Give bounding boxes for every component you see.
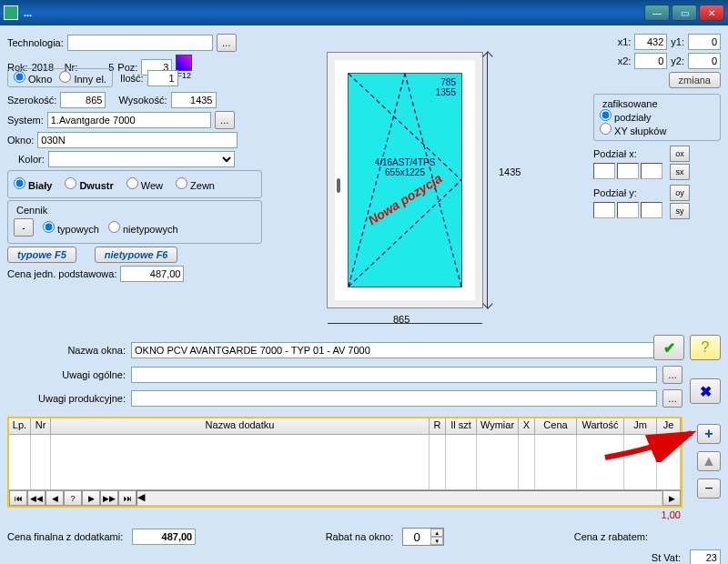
radio-xyslupkow[interactable]: XY słupków bbox=[600, 126, 666, 136]
cena-final-input[interactable] bbox=[132, 529, 196, 545]
zafiksowane-title: zafiksowane bbox=[600, 98, 661, 109]
dimension-height: 1435 bbox=[499, 166, 521, 177]
table-scrollbar[interactable]: ◀ bbox=[136, 490, 662, 506]
dimension-line-v bbox=[487, 53, 488, 307]
minus-button[interactable]: - bbox=[14, 218, 34, 237]
uwagi-prod-label: Uwagi produkcyjne: bbox=[7, 393, 126, 404]
uwagi-ogolne-input[interactable] bbox=[131, 367, 657, 383]
stvat-input[interactable] bbox=[690, 549, 721, 564]
col-lp[interactable]: Lp. bbox=[9, 418, 31, 434]
nav-scroll-right[interactable]: ▶ bbox=[662, 490, 681, 506]
technologia-browse-button[interactable]: … bbox=[217, 34, 237, 52]
remove-row-button[interactable]: − bbox=[697, 478, 721, 499]
poz-label: Poz: bbox=[117, 62, 137, 73]
ok-button[interactable]: ✔ bbox=[653, 335, 684, 360]
ilosc-input[interactable] bbox=[147, 70, 178, 86]
ox-button[interactable]: ox bbox=[670, 146, 690, 162]
radio-typowych[interactable]: typowych bbox=[43, 221, 99, 235]
radio-dwustr[interactable]: Dwustr bbox=[65, 177, 113, 191]
nav-last[interactable]: ⏭ bbox=[118, 490, 136, 506]
sy-button[interactable]: sy bbox=[670, 203, 690, 219]
window-title: ... bbox=[24, 7, 644, 18]
nav-next-page[interactable]: ▶▶ bbox=[100, 490, 118, 506]
table-body[interactable] bbox=[9, 435, 681, 489]
y1-label: y1: bbox=[671, 36, 684, 47]
rabat-down[interactable]: ▼ bbox=[430, 537, 443, 545]
technologia-input[interactable] bbox=[67, 35, 213, 51]
cena-jedn-label: Cena jedn. podstawowa: bbox=[7, 268, 116, 279]
ilosc-label: Ilość: bbox=[120, 73, 144, 84]
nav-next[interactable]: ▶ bbox=[82, 490, 100, 506]
rabat-label: Rabat na okno: bbox=[326, 531, 394, 542]
col-je[interactable]: Je bbox=[657, 418, 681, 434]
radio-wew[interactable]: Wew bbox=[126, 177, 163, 191]
system-input[interactable] bbox=[47, 112, 211, 128]
x2-input[interactable] bbox=[634, 53, 667, 69]
szerokosc-label: Szerokość: bbox=[7, 95, 56, 106]
add-row-button[interactable]: + bbox=[697, 424, 721, 444]
uwagi-ogolne-browse-button[interactable]: … bbox=[662, 366, 682, 384]
y2-input[interactable] bbox=[688, 53, 721, 69]
szerokosc-input[interactable] bbox=[60, 92, 106, 108]
cena-rabat-label: Cena z rabatem: bbox=[574, 531, 648, 542]
window-drawing: 7851355 4/16AST/4TPS655x1225 Nowa pozycj… bbox=[328, 53, 482, 307]
kolor-label: Kolor: bbox=[18, 154, 45, 165]
minimize-button[interactable]: — bbox=[644, 5, 670, 21]
okno-input[interactable] bbox=[37, 132, 238, 148]
col-wartosc[interactable]: Wartość bbox=[577, 418, 624, 434]
kolor-select[interactable] bbox=[48, 151, 235, 167]
col-nazwa[interactable]: Nazwa dodatku bbox=[51, 418, 430, 434]
nazwa-okna-input[interactable] bbox=[131, 342, 682, 358]
col-nr[interactable]: Nr bbox=[31, 418, 51, 434]
typowe-button[interactable]: typowe F5 bbox=[7, 247, 76, 263]
podzial-x-label: Podział x: bbox=[593, 148, 637, 159]
y2-label: y2: bbox=[671, 55, 684, 66]
nietypowe-button[interactable]: nietypowe F6 bbox=[95, 247, 178, 263]
cena-jedn-input[interactable] bbox=[120, 266, 184, 282]
move-up-button[interactable]: ▲ bbox=[697, 451, 721, 471]
handle-icon bbox=[337, 178, 340, 193]
sx-button[interactable]: sx bbox=[670, 164, 690, 180]
help-button[interactable]: ? bbox=[690, 335, 721, 360]
col-r[interactable]: R bbox=[430, 418, 446, 434]
radio-zewn[interactable]: Zewn bbox=[176, 177, 215, 191]
app-icon bbox=[4, 5, 18, 20]
uwagi-ogolne-label: Uwagi ogólne: bbox=[7, 369, 126, 380]
technologia-label: Technologia: bbox=[7, 37, 64, 48]
wysokosc-input[interactable] bbox=[171, 92, 217, 108]
close-button[interactable]: ✕ bbox=[699, 5, 724, 21]
x1-input[interactable] bbox=[634, 34, 667, 50]
oy-button[interactable]: oy bbox=[670, 185, 690, 201]
titlebar: ... — ▭ ✕ bbox=[0, 0, 728, 25]
zmiana-button[interactable]: zmiana bbox=[669, 72, 721, 88]
dimension-width: 865 bbox=[393, 314, 410, 325]
radio-nietypowych[interactable]: nietypowych bbox=[108, 221, 178, 235]
y1-input[interactable] bbox=[688, 34, 721, 50]
nav-prev-page[interactable]: ◀◀ bbox=[27, 490, 46, 506]
nav-first[interactable]: ⏮ bbox=[9, 490, 27, 506]
x1-label: x1: bbox=[618, 36, 632, 47]
col-x[interactable]: X bbox=[519, 418, 535, 434]
col-wymiar[interactable]: Wymiar bbox=[477, 418, 519, 434]
radio-podzialy[interactable]: podziały bbox=[600, 112, 651, 123]
rabat-spinner[interactable]: ▲▼ bbox=[402, 528, 444, 546]
nav-prev[interactable]: ◀ bbox=[46, 490, 64, 506]
uwagi-prod-input[interactable] bbox=[131, 390, 657, 407]
col-cena[interactable]: Cena bbox=[535, 418, 577, 434]
radio-inny[interactable]: Inny el. bbox=[59, 71, 106, 85]
col-jm[interactable]: Jm bbox=[624, 418, 657, 434]
radio-okno[interactable]: Okno bbox=[14, 71, 52, 85]
f12-label: F12 bbox=[177, 71, 192, 80]
f12-icon[interactable] bbox=[176, 55, 192, 71]
rabat-up[interactable]: ▲ bbox=[430, 529, 443, 537]
podzial-x-inputs[interactable] bbox=[593, 163, 662, 179]
system-browse-button[interactable]: … bbox=[215, 111, 235, 129]
podzial-y-inputs[interactable] bbox=[593, 202, 662, 218]
maximize-button[interactable]: ▭ bbox=[672, 5, 697, 21]
radio-bialy[interactable]: Biały bbox=[14, 177, 52, 191]
podzial-y-label: Podział y: bbox=[593, 187, 637, 198]
nav-question[interactable]: ? bbox=[64, 490, 82, 506]
cancel-button[interactable]: ✖ bbox=[690, 378, 721, 404]
uwagi-prod-browse-button[interactable]: … bbox=[662, 389, 682, 408]
col-ilszt[interactable]: Il szt bbox=[446, 418, 477, 434]
